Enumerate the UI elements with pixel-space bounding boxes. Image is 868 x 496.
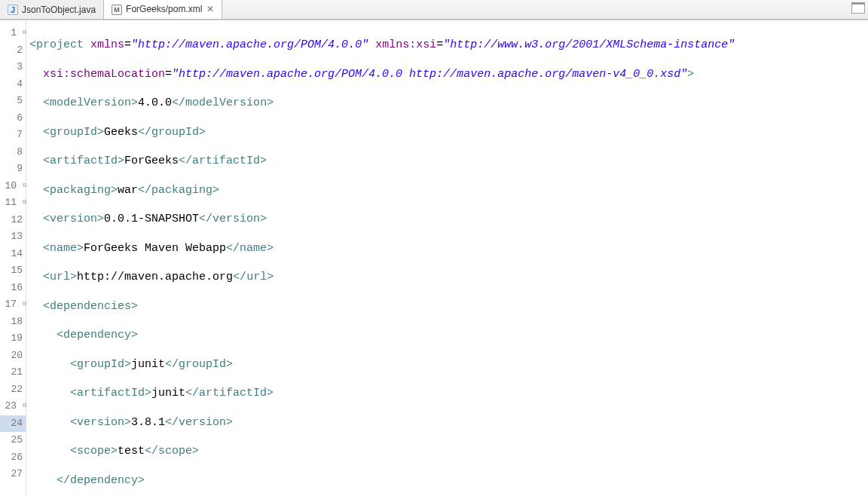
line-number[interactable]: 23⊟: [0, 398, 26, 415]
line-number[interactable]: 21: [0, 364, 26, 381]
line-number[interactable]: 26: [0, 449, 26, 467]
code-line: <version>3.8.1</version>: [29, 415, 868, 432]
code-line: <groupId>Geeks</groupId>: [29, 124, 868, 142]
line-number[interactable]: 4: [0, 76, 26, 93]
line-number[interactable]: 19: [0, 330, 26, 348]
line-number[interactable]: 17⊟: [0, 296, 26, 314]
code-line: </dependency>: [29, 473, 868, 490]
tab-pom-xml[interactable]: ForGeeks/pom.xml ✕: [104, 0, 222, 19]
line-number[interactable]: 9: [0, 161, 26, 178]
line-number[interactable]: 11⊟: [0, 194, 26, 212]
code-line: <artifactId>junit</artifactId>: [29, 385, 868, 403]
line-number[interactable]: 6: [0, 110, 26, 127]
line-number[interactable]: 8: [0, 144, 26, 161]
line-number[interactable]: 3: [0, 59, 26, 76]
code-line: <packaging>war</packaging>: [29, 182, 868, 200]
code-line: <scope>test</scope>: [29, 443, 868, 461]
fold-toggle-icon[interactable]: ⊟: [23, 403, 26, 409]
tab-label: ForGeeks/pom.xml: [126, 4, 202, 14]
code-line: <modelVersion>4.0.0</modelVersion>: [29, 95, 868, 112]
line-number[interactable]: 7: [0, 127, 26, 144]
line-number[interactable]: 22: [0, 381, 26, 399]
line-number[interactable]: 13: [0, 228, 26, 246]
line-number[interactable]: 15: [0, 262, 26, 280]
code-line: <version>0.0.1-SNAPSHOT</version>: [29, 211, 868, 228]
code-line: <artifactId>ForGeeks</artifactId>: [29, 153, 868, 170]
code-line: <dependencies>: [29, 299, 868, 316]
code-line: xsi:schemaLocation="http://maven.apache.…: [29, 66, 868, 84]
code-line: <dependency>: [29, 327, 868, 344]
fold-toggle-icon[interactable]: ⊟: [23, 301, 26, 307]
line-number[interactable]: 18: [0, 314, 26, 331]
line-number[interactable]: 14: [0, 246, 26, 263]
fold-toggle-icon[interactable]: ⊟: [23, 199, 26, 205]
code-line: <url>http://maven.apache.org</url>: [29, 269, 868, 286]
code-line: <name>ForGeeks Maven Webapp</name>: [29, 240, 868, 258]
line-number[interactable]: 5: [0, 93, 26, 110]
tab-json-to-object[interactable]: JsonToObject.java: [0, 0, 104, 19]
line-number[interactable]: 12: [0, 212, 26, 229]
code-editor[interactable]: 1⊟2345678910⊟11⊟121314151617⊟18192021222…: [0, 20, 868, 496]
code-line: <project xmlns="http://maven.apache.org/…: [29, 37, 868, 54]
line-number-gutter[interactable]: 1⊟2345678910⊟11⊟121314151617⊟18192021222…: [0, 20, 26, 496]
line-number[interactable]: 20: [0, 348, 26, 365]
fold-toggle-icon[interactable]: ⊟: [23, 182, 26, 188]
code-area[interactable]: <project xmlns="http://maven.apache.org/…: [26, 20, 868, 496]
line-number[interactable]: 1⊟: [0, 25, 26, 42]
close-tab-button[interactable]: ✕: [206, 4, 214, 14]
java-file-icon: [8, 5, 18, 15]
tab-label: JsonToObject.java: [22, 5, 96, 15]
maven-file-icon: [112, 4, 122, 14]
line-number[interactable]: 2: [0, 42, 26, 60]
line-number[interactable]: 16: [0, 280, 26, 297]
line-number[interactable]: 27: [0, 466, 26, 483]
minimize-icon[interactable]: [851, 2, 865, 14]
editor-window-controls: [851, 2, 865, 14]
code-line: <groupId>junit</groupId>: [29, 357, 868, 374]
line-number[interactable]: 10⊟: [0, 178, 26, 195]
line-number[interactable]: 24: [0, 415, 26, 433]
editor-tab-bar: JsonToObject.java ForGeeks/pom.xml ✕: [0, 0, 868, 20]
fold-toggle-icon[interactable]: ⊟: [23, 29, 26, 35]
line-number[interactable]: 25: [0, 432, 26, 449]
